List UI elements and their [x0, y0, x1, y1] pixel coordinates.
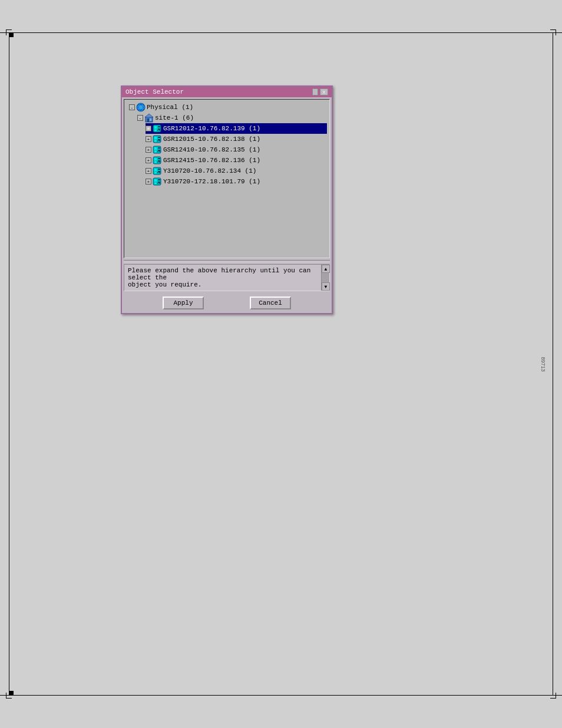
svg-point-14: [159, 130, 160, 131]
svg-point-40: [155, 172, 157, 174]
expand-router6[interactable]: +: [146, 179, 151, 185]
svg-rect-10: [158, 126, 160, 127]
svg-point-41: [157, 172, 158, 173]
site1-label: site-1 (6): [155, 114, 194, 121]
divider-top: [124, 260, 330, 261]
expand-router5[interactable]: +: [146, 168, 151, 174]
svg-point-27: [157, 151, 158, 152]
divider-bottom: [124, 262, 330, 262]
physical-icon: [136, 103, 146, 112]
tree-item-router3[interactable]: + GSR12410-10.76.82.135 (1): [146, 144, 327, 155]
tree-item-router1[interactable]: + GSR12012-10.76.82.139 (1): [146, 123, 327, 134]
cancel-button[interactable]: Cancel: [250, 297, 291, 309]
svg-rect-37: [154, 169, 157, 171]
svg-rect-6: [147, 118, 149, 122]
tree-item-router5[interactable]: + Y310720-10.76.82.134 (1): [146, 166, 327, 176]
scroll-down-btn[interactable]: ▼: [322, 282, 330, 291]
svg-rect-23: [154, 147, 157, 150]
svg-rect-18: [158, 139, 160, 140]
expand-router1[interactable]: +: [146, 126, 151, 131]
svg-rect-38: [158, 169, 160, 170]
svg-point-49: [159, 183, 160, 184]
figure-label: 89713: [540, 357, 546, 371]
svg-rect-9: [154, 126, 157, 129]
svg-rect-30: [154, 158, 157, 160]
description-area: Please expand the above hierarchy until …: [124, 264, 330, 291]
svg-point-35: [159, 162, 160, 163]
router1-label: GSR12012-10.76.82.139 (1): [163, 125, 260, 132]
svg-point-28: [159, 151, 160, 152]
svg-point-20: [157, 140, 158, 141]
site-icon: [144, 113, 154, 123]
router2-icon: [153, 134, 162, 144]
svg-point-26: [155, 151, 157, 153]
corner-mark-bl: [9, 691, 14, 696]
svg-point-42: [159, 172, 160, 173]
expand-physical[interactable]: -: [129, 104, 135, 110]
page-border-left: [9, 32, 9, 696]
svg-rect-44: [154, 179, 157, 182]
svg-rect-39: [158, 171, 160, 172]
scroll-track: [322, 273, 329, 282]
svg-point-13: [157, 130, 158, 131]
svg-point-33: [155, 162, 157, 163]
corner-mark-tl: [9, 32, 14, 37]
svg-point-21: [159, 140, 160, 141]
router5-label: Y310720-10.76.82.134 (1): [163, 167, 256, 174]
svg-rect-17: [158, 137, 160, 138]
button-area: Apply Cancel: [122, 293, 332, 313]
page-border-bottom: [0, 695, 562, 696]
svg-rect-24: [158, 147, 160, 149]
router3-label: GSR12410-10.76.82.135 (1): [163, 146, 260, 153]
expand-router4[interactable]: +: [146, 157, 151, 163]
physical-label: Physical (1): [147, 104, 193, 111]
dialog-controls: X: [312, 88, 328, 95]
svg-point-3: [139, 106, 143, 109]
svg-rect-32: [158, 160, 160, 162]
tree-item-physical[interactable]: - Physical (1): [129, 102, 327, 113]
svg-point-12: [155, 130, 157, 131]
tree-item-router2[interactable]: + GSR12015-10.76.82.138 (1): [146, 134, 327, 144]
svg-rect-31: [158, 158, 160, 159]
minimize-button[interactable]: [312, 88, 318, 95]
expand-router2[interactable]: +: [146, 136, 151, 142]
corner-br: [550, 693, 556, 699]
svg-point-34: [157, 162, 158, 163]
router4-icon: [153, 156, 162, 165]
tree-item-site1[interactable]: - site-1 (6): [137, 113, 327, 123]
svg-point-47: [155, 183, 157, 185]
page-border-right: [553, 32, 553, 696]
tree-item-router4[interactable]: + GSR12415-10.76.82.136 (1): [146, 155, 327, 166]
svg-point-48: [157, 183, 158, 184]
svg-rect-45: [158, 179, 160, 180]
dialog-titlebar: Object Selector X: [122, 87, 332, 97]
apply-button[interactable]: Apply: [163, 297, 204, 309]
router5-icon: [153, 166, 162, 176]
close-button[interactable]: X: [320, 88, 328, 95]
description-text: Please expand the above hierarchy until …: [128, 267, 310, 288]
svg-rect-16: [154, 137, 157, 139]
svg-rect-11: [158, 129, 160, 130]
page-border-top: [0, 32, 562, 33]
dialog-title: Object Selector: [125, 88, 184, 95]
expand-router3[interactable]: +: [146, 147, 151, 153]
svg-rect-7: [150, 118, 151, 121]
description-scrollbar[interactable]: ▲ ▼: [321, 265, 329, 291]
scroll-up-btn[interactable]: ▲: [322, 265, 330, 273]
router3-icon: [153, 145, 162, 154]
object-selector-dialog: Object Selector X - Physical (1) -: [121, 85, 333, 314]
svg-marker-5: [145, 114, 153, 117]
svg-rect-25: [158, 150, 160, 151]
expand-site1[interactable]: -: [137, 115, 143, 121]
router6-icon: [153, 177, 162, 186]
tree-container[interactable]: - Physical (1) -: [124, 99, 330, 258]
router1-icon: [153, 124, 162, 133]
router4-label: GSR12415-10.76.82.136 (1): [163, 157, 260, 164]
svg-rect-46: [158, 182, 160, 183]
tree-item-router6[interactable]: + Y310720-172.18.101.79 (1): [146, 176, 327, 187]
router6-label: Y310720-172.18.101.79 (1): [163, 178, 260, 185]
router2-label: GSR12015-10.76.82.138 (1): [163, 136, 260, 143]
svg-point-19: [155, 140, 157, 142]
